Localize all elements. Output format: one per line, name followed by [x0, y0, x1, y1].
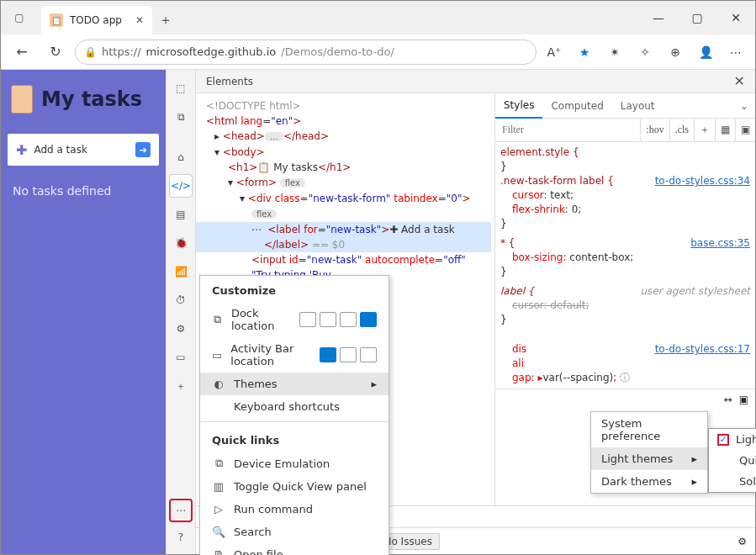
- more-tools-icon[interactable]: ＋: [169, 374, 193, 398]
- url-host: microsoftedge.github.io: [146, 45, 277, 58]
- favorite-icon[interactable]: ★: [572, 40, 597, 65]
- menu-runcommand[interactable]: ▷Run command: [200, 498, 389, 521]
- theme-dark[interactable]: Dark themes▸: [591, 470, 707, 493]
- run-icon: ▷: [212, 503, 225, 515]
- menu-dock[interactable]: ⧉ Dock location: [200, 302, 389, 337]
- maximize-button[interactable]: ▢: [678, 1, 716, 34]
- help-icon[interactable]: ?: [169, 526, 193, 549]
- device-icon[interactable]: ⧉: [169, 105, 193, 129]
- console-settings-icon[interactable]: ⚙: [737, 536, 747, 547]
- menu-quickview[interactable]: ▥Toggle Quick View panel: [200, 475, 389, 498]
- panel-header: Elements ✕: [196, 70, 755, 93]
- performance-icon[interactable]: ⏱: [169, 288, 193, 312]
- add-task-input[interactable]: ✚ Add a task ➜: [8, 134, 159, 166]
- sources-icon[interactable]: 🐞: [169, 231, 193, 255]
- extensions-icon[interactable]: ✴: [602, 40, 627, 65]
- file-icon: 🗎: [212, 548, 225, 555]
- drawer-icon[interactable]: ↔: [724, 394, 732, 405]
- submit-icon[interactable]: ➜: [135, 142, 151, 157]
- collections-icon[interactable]: ⊕: [663, 40, 688, 65]
- tab-favicon: 📋: [50, 13, 63, 27]
- webpage: My tasks ✚ Add a task ➜ No tasks defined: [1, 70, 166, 554]
- close-devtools-icon[interactable]: ✕: [734, 73, 745, 89]
- tab-styles[interactable]: Styles: [495, 93, 542, 119]
- customize-menu: Customize ⧉ Dock location ▭ Activity Bar…: [199, 275, 389, 555]
- activity-bar: ⬚ ⧉ ⌂ </> ▤ 🐞 📶 ⏱ ⚙ ▭ ＋ ⋯ ?: [166, 70, 196, 554]
- menu-header: Customize: [200, 276, 389, 302]
- menu-openfile[interactable]: 🗎Open file: [200, 543, 389, 555]
- quickview-icon: ▥: [212, 480, 225, 493]
- tab-layout[interactable]: Layout: [612, 93, 663, 119]
- devtools: ⬚ ⧉ ⌂ </> ▤ 🐞 📶 ⏱ ⚙ ▭ ＋ ⋯ ? Elements: [166, 70, 755, 554]
- inspect-icon[interactable]: ⬚: [169, 77, 193, 100]
- titlebar: ▢ 📋 TODO app ✕ ＋ — ▢ ✕: [1, 1, 755, 34]
- theme-solarized[interactable]: Solarized Light: [709, 471, 756, 492]
- tab-title: TODO app: [70, 14, 122, 26]
- light-themes-submenu: ✓ Light+ (Default) Quiet Light Solarized…: [708, 428, 756, 493]
- clipboard-icon: [11, 85, 33, 114]
- page-title: My tasks: [41, 87, 142, 111]
- url-path: /Demos/demo-to-do/: [281, 45, 394, 58]
- add-task-label: Add a task: [34, 144, 87, 156]
- reader-icon[interactable]: A⁺: [542, 40, 567, 65]
- new-rule-icon[interactable]: ＋: [694, 119, 715, 142]
- search-icon: 🔍: [212, 526, 225, 538]
- browser-tab[interactable]: 📋 TODO app ✕: [41, 6, 152, 34]
- close-window-button[interactable]: ✕: [716, 1, 755, 34]
- no-tasks-text: No tasks defined: [1, 171, 166, 211]
- address-bar: ← ↻ 🔒 https:// microsoftedge.github.io /…: [1, 34, 755, 70]
- plus-icon: ✚: [16, 142, 27, 158]
- network-icon[interactable]: 📶: [169, 260, 193, 283]
- tab-computed[interactable]: Computed: [542, 93, 611, 119]
- url-scheme: https://: [102, 45, 141, 58]
- theme-lightplus[interactable]: ✓ Light+ (Default): [709, 429, 756, 450]
- lock-icon: 🔒: [84, 46, 97, 58]
- filter-input[interactable]: [495, 124, 640, 136]
- menu-themes[interactable]: ◐ Themes ▸: [200, 373, 389, 395]
- welcome-icon[interactable]: ⌂: [169, 145, 193, 169]
- profile-icon[interactable]: 👤: [693, 40, 718, 65]
- memory-icon[interactable]: ⚙: [169, 317, 193, 341]
- device-emulation-icon: ⧉: [212, 457, 225, 470]
- close-tab-icon[interactable]: ✕: [135, 14, 144, 26]
- back-button[interactable]: ←: [8, 38, 36, 66]
- elements-icon[interactable]: </>: [169, 174, 193, 198]
- menu-activity[interactable]: ▭ Activity Bar location: [200, 337, 389, 373]
- tab-actions-icon[interactable]: ▢: [1, 1, 38, 34]
- customize-button[interactable]: ⋯: [169, 499, 193, 522]
- themes-submenu: System preference Light themes▸ Dark the…: [590, 411, 708, 494]
- menu-shortcuts[interactable]: Keyboard shortcuts: [200, 395, 389, 418]
- menu-header-quick: Quick links: [200, 426, 389, 452]
- window-controls: — ▢ ✕: [639, 1, 755, 34]
- minimize-button[interactable]: —: [639, 1, 678, 34]
- application-icon[interactable]: ▭: [169, 346, 193, 369]
- refresh-button[interactable]: ↻: [41, 38, 70, 66]
- favorites-bar-icon[interactable]: ✧: [632, 40, 658, 65]
- panel-title: Elements: [206, 76, 253, 87]
- drawer-icon2[interactable]: ▣: [739, 394, 748, 405]
- hov-toggle[interactable]: :hov: [640, 119, 669, 142]
- dock-icon: ⧉: [212, 313, 223, 326]
- menu-search[interactable]: 🔍Search: [200, 521, 389, 543]
- checked-icon: ✓: [717, 434, 729, 446]
- console-icon[interactable]: ▤: [169, 203, 193, 226]
- computed-icon[interactable]: ▦: [715, 119, 735, 142]
- themes-icon: ◐: [212, 378, 225, 390]
- style-rules[interactable]: element.style { } .new-task-form label {…: [495, 142, 755, 388]
- new-tab-button[interactable]: ＋: [152, 6, 179, 34]
- menu-emulation[interactable]: ⧉Device Emulation: [200, 452, 389, 475]
- activity-icon: ▭: [212, 349, 222, 362]
- more-tabs-icon[interactable]: ⌄: [733, 100, 755, 112]
- url-field[interactable]: 🔒 https:// microsoftedge.github.io /Demo…: [75, 40, 537, 65]
- theme-system[interactable]: System preference: [591, 412, 707, 447]
- menu-icon[interactable]: ⋯: [723, 40, 748, 65]
- cls-toggle[interactable]: .cls: [669, 119, 694, 142]
- rendering-icon[interactable]: ▣: [735, 119, 755, 142]
- theme-light[interactable]: Light themes▸: [591, 447, 707, 470]
- theme-quiet[interactable]: Quiet Light: [709, 450, 756, 471]
